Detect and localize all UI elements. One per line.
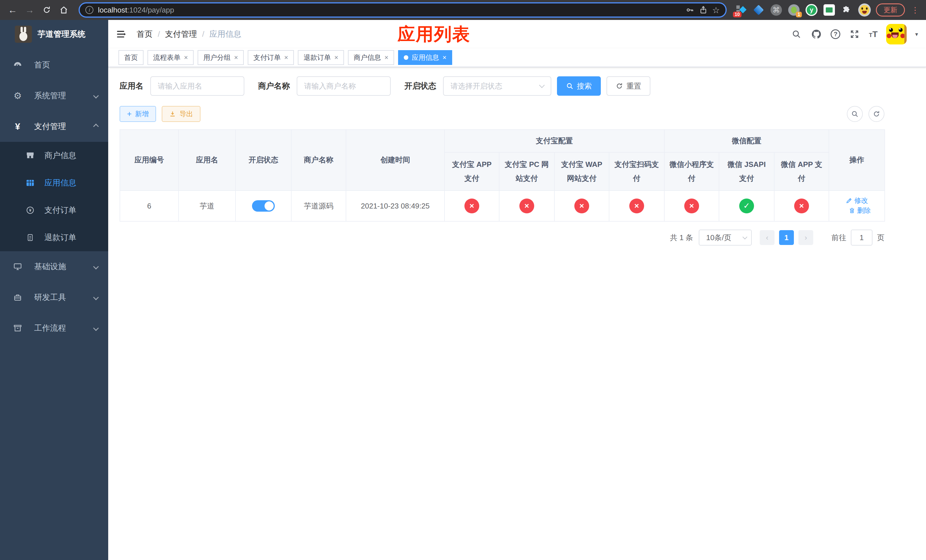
cell-wechat-mini-status: × <box>664 191 719 221</box>
tab-app-info-active[interactable]: 应用信息× <box>398 50 452 65</box>
chrome-profile-avatar[interactable] <box>858 4 871 16</box>
close-icon[interactable]: × <box>334 54 338 61</box>
site-info-icon[interactable]: i <box>85 6 94 14</box>
sidebar-item-label: 首页 <box>34 59 50 70</box>
command-icon: ⌘ <box>770 4 782 16</box>
search-button[interactable]: 搜索 <box>557 76 601 96</box>
sidebar-item-home[interactable]: 首页 <box>0 50 108 80</box>
url-bar[interactable]: i localhost:1024/pay/app ☆ <box>79 2 727 18</box>
user-avatar[interactable] <box>886 24 906 44</box>
enabled-toggle[interactable] <box>252 200 275 212</box>
password-key-icon[interactable] <box>685 5 694 15</box>
breadcrumb-home[interactable]: 首页 <box>137 29 153 39</box>
puzzle-icon <box>842 5 852 15</box>
sidebar-item-refund-order[interactable]: 退款订单 <box>0 224 108 251</box>
merchant-name-label: 商户名称 <box>258 80 290 91</box>
sidebar-item-infra[interactable]: 基础设施 <box>0 251 108 282</box>
status-cross-icon: × <box>465 198 479 213</box>
reset-button[interactable]: 重置 <box>607 76 651 96</box>
col-group-alipay: 支付宝配置 <box>445 130 664 152</box>
extension-icon-gem[interactable] <box>752 4 765 16</box>
search-icon[interactable] <box>791 29 802 40</box>
sidebar-item-payment[interactable]: ¥ 支付管理 <box>0 111 108 142</box>
col-wechat-app: 微信 APP 支付 <box>774 152 829 191</box>
extension-icon-y[interactable]: y <box>805 4 818 16</box>
extension-icon-command[interactable]: ⌘ <box>770 4 782 16</box>
extension-badge: 1 <box>796 12 802 17</box>
sidebar-item-label: 系统管理 <box>34 90 66 101</box>
sidebar-item-merchant-info[interactable]: 商户信息 <box>0 142 108 169</box>
tab-refund-order[interactable]: 退款订单× <box>298 50 344 65</box>
goto-unit: 页 <box>877 233 884 243</box>
chevron-down-icon <box>93 295 99 300</box>
sidebar-item-label: 支付管理 <box>34 121 66 132</box>
app-name-input[interactable] <box>150 76 244 96</box>
close-icon[interactable]: × <box>442 54 446 61</box>
chevron-down-icon <box>539 82 545 88</box>
document-icon <box>25 233 35 242</box>
app-title: 芋道管理系统 <box>38 29 85 39</box>
edit-link[interactable]: 修改 <box>846 196 868 205</box>
share-icon[interactable] <box>699 6 708 14</box>
gem-icon <box>754 5 764 15</box>
url-text: localhost:1024/pay/app <box>98 6 681 15</box>
bookmark-star-icon[interactable]: ☆ <box>712 5 720 15</box>
search-icon <box>851 110 858 118</box>
github-icon[interactable] <box>811 29 822 40</box>
extensions-area: 10 ⌘ 1 y 更新 ⋮ <box>735 3 920 17</box>
close-icon[interactable]: × <box>184 54 188 61</box>
extensions-puzzle-button[interactable] <box>841 4 853 16</box>
back-button[interactable]: ← <box>6 3 20 17</box>
tab-home[interactable]: 首页 <box>118 50 144 65</box>
breadcrumb-payment[interactable]: 支付管理 <box>165 29 197 39</box>
page-size-select[interactable]: 10条/页 <box>699 230 752 245</box>
tab-user-group[interactable]: 用户分组× <box>198 50 244 65</box>
next-page-button[interactable]: › <box>799 230 813 245</box>
tab-merchant-info[interactable]: 商户信息× <box>348 50 394 65</box>
refresh-table-button[interactable] <box>869 106 884 122</box>
help-icon[interactable]: ? <box>831 29 840 39</box>
extension-icon-blocks[interactable]: 10 <box>735 4 747 16</box>
status-select-placeholder: 请选择开启状态 <box>451 81 502 91</box>
sidebar-item-pay-order[interactable]: ¥ 支付订单 <box>0 197 108 224</box>
reload-button[interactable] <box>40 3 53 17</box>
status-cross-icon: × <box>794 198 809 213</box>
goto-page-input[interactable] <box>851 230 873 245</box>
goto-label: 前往 <box>831 233 846 243</box>
fullscreen-icon[interactable] <box>849 29 860 40</box>
browser-menu-button[interactable]: ⋮ <box>910 5 920 15</box>
sidebar-collapse-button[interactable] <box>115 28 127 41</box>
prev-page-button[interactable]: ‹ <box>760 230 775 245</box>
sidebar-item-app-info[interactable]: 应用信息 <box>0 169 108 197</box>
close-icon[interactable]: × <box>384 54 388 61</box>
font-size-icon[interactable]: TT <box>869 29 878 39</box>
sidebar-item-devtools[interactable]: 研发工具 <box>0 282 108 313</box>
extension-icon-chat[interactable] <box>823 4 835 16</box>
toggle-search-button[interactable] <box>847 106 863 122</box>
tab-process-form[interactable]: 流程表单× <box>147 50 194 65</box>
delete-link[interactable]: 删除 <box>849 206 871 215</box>
add-button[interactable]: + 新增 <box>120 106 156 122</box>
chat-icon <box>823 4 835 16</box>
col-app-name: 应用名 <box>179 130 236 191</box>
status-select[interactable]: 请选择开启状态 <box>443 76 551 96</box>
chrome-update-button[interactable]: 更新 <box>876 3 905 17</box>
close-icon[interactable]: × <box>234 54 238 61</box>
total-count: 共 1 条 <box>670 233 693 243</box>
col-group-wechat: 微信配置 <box>664 130 829 152</box>
avatar-dropdown-caret-icon[interactable]: ▾ <box>915 31 918 38</box>
forward-button[interactable]: → <box>23 3 36 17</box>
sidebar-logo[interactable]: 芋道管理系统 <box>0 20 108 48</box>
tab-pay-order[interactable]: 支付订单× <box>248 50 294 65</box>
page-number-current[interactable]: 1 <box>779 230 794 245</box>
home-button[interactable] <box>57 3 71 17</box>
close-icon[interactable]: × <box>284 54 288 61</box>
export-button[interactable]: 导出 <box>162 106 200 122</box>
col-created: 创建时间 <box>346 130 445 191</box>
sidebar-item-system[interactable]: ⚙ 系统管理 <box>0 80 108 111</box>
sidebar-item-workflow[interactable]: 工作流程 <box>0 313 108 344</box>
merchant-name-input[interactable] <box>297 76 391 96</box>
refresh-icon <box>873 110 880 118</box>
extension-icon-green-dot[interactable]: 1 <box>788 4 800 16</box>
toolbox-icon <box>12 293 23 302</box>
